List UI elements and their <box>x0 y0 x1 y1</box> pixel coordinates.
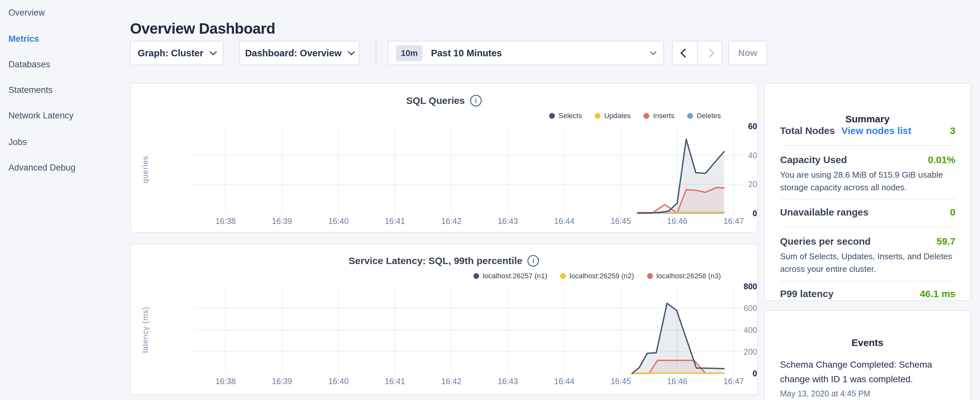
x-tick-label: 16:46 <box>654 217 700 226</box>
chart-canvas[interactable] <box>131 244 758 396</box>
time-window-badge: 10m <box>396 45 423 61</box>
x-tick-label: 16:47 <box>711 377 756 386</box>
time-window-label: Past 10 Minutes <box>431 48 651 59</box>
x-tick-label: 16:41 <box>372 377 418 386</box>
x-tick-label: 16:42 <box>429 377 474 386</box>
summary-row-p99-latency: P99 latency 46.1 ms <box>780 288 955 300</box>
x-tick-label: 16:47 <box>711 217 756 226</box>
sidebar-item-overview[interactable]: Overview <box>8 8 45 18</box>
x-tick-label: 16:38 <box>203 217 248 226</box>
summary-row-head: Unavailable ranges <box>780 207 869 218</box>
chevron-right-icon <box>705 49 714 57</box>
y-tick-label: 40 <box>715 150 757 160</box>
event-item-text[interactable]: Schema Change Completed: Schema change w… <box>780 357 957 386</box>
sidebar-item-network-latency[interactable]: Network Latency <box>8 111 73 120</box>
summary-row-head: Total Nodes <box>780 125 835 136</box>
time-prev-button[interactable] <box>673 41 697 65</box>
x-tick-label: 16:38 <box>203 377 248 386</box>
y-tick-label: 600 <box>715 303 757 313</box>
chevron-down-icon <box>347 48 355 55</box>
divider <box>780 199 955 200</box>
controls-divider <box>375 40 376 66</box>
dashboard-label: Dashboard: Overview <box>245 48 341 59</box>
y-tick-label: 60 <box>715 121 757 131</box>
sidebar-item-statements[interactable]: Statements <box>8 85 53 95</box>
divider <box>780 280 955 281</box>
x-tick-label: 16:46 <box>654 377 700 386</box>
time-window-dropdown[interactable]: 10m Past 10 Minutes <box>388 41 664 65</box>
chevron-left-icon <box>680 49 689 57</box>
x-tick-label: 16:43 <box>485 217 531 226</box>
sidebar: Overview Metrics Databases Statements Ne… <box>0 0 116 400</box>
service-latency-chart-card: Service Latency: SQL, 99th percentile i … <box>130 243 758 395</box>
x-tick-label: 16:40 <box>316 377 361 386</box>
chart-canvas[interactable] <box>131 84 758 233</box>
time-next-button[interactable] <box>697 41 722 65</box>
x-tick-label: 16:45 <box>598 377 644 386</box>
summary-row-qps: Queries per second 59.7 <box>780 236 955 247</box>
summary-panel: Summary Total Nodes View nodes list 3 Ca… <box>764 83 971 301</box>
sidebar-item-databases[interactable]: Databases <box>8 59 50 69</box>
y-tick-label: 20 <box>715 179 757 189</box>
dashboard-dropdown[interactable]: Dashboard: Overview <box>239 41 360 65</box>
summary-row-total-nodes: Total Nodes View nodes list 3 <box>780 125 955 136</box>
summary-row-value: 0 <box>950 207 955 218</box>
x-tick-label: 16:41 <box>372 217 418 226</box>
summary-row-value: 46.1 ms <box>920 288 955 300</box>
view-nodes-list-link[interactable]: View nodes list <box>841 125 911 136</box>
sidebar-item-advanced-debug[interactable]: Advanced Debug <box>8 163 75 172</box>
summary-row-head: P99 latency <box>780 288 834 300</box>
page-title: Overview Dashboard <box>130 20 275 37</box>
event-item-timestamp: May 13, 2020 at 4:45 PM <box>780 389 870 398</box>
sidebar-item-metrics[interactable]: Metrics <box>8 34 39 44</box>
summary-row-value: 3 <box>950 125 955 136</box>
graph-scope-label: Graph: Cluster <box>137 48 203 59</box>
x-tick-label: 16:39 <box>259 217 305 226</box>
now-button[interactable]: Now <box>728 41 767 65</box>
sidebar-item-jobs[interactable]: Jobs <box>8 137 27 147</box>
graph-scope-dropdown[interactable]: Graph: Cluster <box>130 41 223 65</box>
divider <box>780 227 955 228</box>
summary-row-subtext: You are using 28.6 MiB of 515.9 GiB usab… <box>780 169 957 194</box>
divider <box>780 145 955 146</box>
x-tick-label: 16:45 <box>598 217 644 226</box>
y-tick-label: 200 <box>715 347 757 357</box>
y-axis-label: latency (ms) <box>141 307 150 353</box>
events-panel: Events Schema Change Completed: Schema c… <box>764 310 971 400</box>
chevron-down-icon <box>650 49 657 55</box>
summary-row-value: 59.7 <box>937 236 955 247</box>
summary-title: Summary <box>765 113 970 124</box>
x-tick-label: 16:43 <box>485 377 531 386</box>
x-tick-label: 16:44 <box>542 377 587 386</box>
summary-row-value: 0.01% <box>928 155 955 166</box>
y-axis-label: queries <box>141 156 150 183</box>
x-tick-label: 16:40 <box>316 217 361 226</box>
x-tick-label: 16:42 <box>429 217 474 226</box>
events-title: Events <box>765 337 970 348</box>
summary-row-unavailable-ranges: Unavailable ranges 0 <box>780 207 955 218</box>
y-tick-label: 400 <box>715 325 757 335</box>
x-tick-label: 16:44 <box>542 217 587 226</box>
x-tick-label: 16:39 <box>259 377 305 386</box>
summary-row-subtext: Sum of Selects, Updates, Inserts, and De… <box>780 250 957 276</box>
summary-row-capacity-used: Capacity Used 0.01% <box>780 155 955 166</box>
summary-row-head: Queries per second <box>780 236 871 247</box>
y-tick-label: 800 <box>715 282 757 291</box>
chevron-down-icon <box>209 48 217 55</box>
time-nav-group <box>672 41 722 65</box>
sql-queries-chart-card: SQL Queries i SelectsUpdatesInsertsDelet… <box>130 83 758 233</box>
summary-row-head: Capacity Used <box>780 155 847 166</box>
